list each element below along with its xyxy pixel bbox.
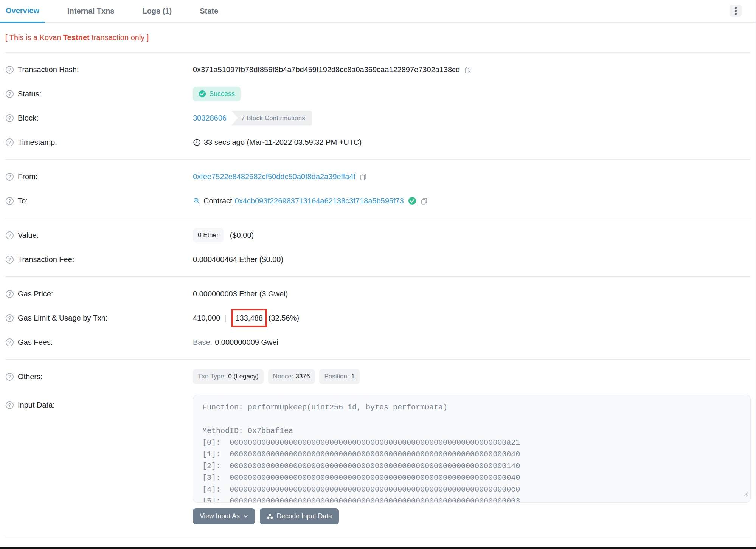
more-options-button[interactable] — [730, 5, 742, 17]
svg-text:?: ? — [8, 198, 11, 203]
svg-text:?: ? — [8, 115, 11, 121]
gas-fees-label: Gas Fees: — [18, 338, 53, 347]
nonce-badge: Nonce: 3376 — [268, 369, 315, 384]
gas-price-label: Gas Price: — [18, 290, 53, 298]
tab-overview[interactable]: Overview — [0, 0, 45, 23]
input-data-textarea[interactable]: Function: performUpkeep(uint256 id, byte… — [193, 395, 751, 503]
gas-price-value: 0.000000003 Ether (3 Gwei) — [193, 290, 288, 298]
input-data-line: [2]: 00000000000000000000000000000000000… — [202, 460, 741, 472]
svg-text:?: ? — [8, 91, 11, 96]
view-input-as-button[interactable]: View Input As — [193, 508, 255, 524]
row-to: ? To: Contract 0x4cb093f226983713164a621… — [5, 189, 751, 213]
clock-icon — [193, 138, 201, 146]
help-icon[interactable]: ? — [5, 90, 14, 98]
svg-text:?: ? — [8, 140, 11, 145]
row-block: ? Block: 30328606 7 Block Confirmations — [5, 106, 751, 130]
svg-text:?: ? — [8, 374, 11, 379]
magnifier-plus-icon[interactable] — [193, 197, 200, 205]
block-label: Block: — [18, 114, 38, 123]
svg-text:?: ? — [8, 233, 11, 238]
svg-text:?: ? — [8, 291, 11, 296]
to-contract-prefix: Contract — [203, 197, 232, 205]
notice-post: transaction only ] — [90, 33, 149, 42]
gas-limit-value: 410,000 — [193, 314, 220, 323]
kebab-icon — [735, 7, 737, 9]
txn-type-badge: Txn Type: 0 (Legacy) — [193, 369, 264, 384]
help-icon[interactable]: ? — [5, 314, 14, 323]
tab-logs[interactable]: Logs (1) — [137, 0, 177, 22]
others-label: Others: — [18, 372, 43, 381]
input-data-line: Function: performUpkeep(uint256 id, byte… — [202, 402, 741, 413]
help-icon[interactable]: ? — [5, 114, 14, 123]
svg-text:?: ? — [8, 340, 11, 345]
input-data-line: [3]: 00000000000000000000000000000000000… — [202, 472, 741, 484]
help-icon[interactable]: ? — [5, 255, 14, 264]
from-address-link[interactable]: 0xfee7522e8482682cf50ddc50a0f8da2a39effa… — [193, 172, 355, 181]
help-icon[interactable]: ? — [5, 172, 14, 181]
gas-used-percent: (32.56%) — [269, 314, 299, 323]
row-transaction-fee: ? Transaction Fee: 0.000400464 Ether ($0… — [5, 247, 751, 271]
section-addresses: ? From: 0xfee7522e8482682cf50ddc50a0f8da… — [5, 160, 751, 218]
check-circle-icon — [199, 90, 206, 98]
input-data-line: [0]: 00000000000000000000000000000000000… — [202, 437, 741, 448]
row-value: ? Value: 0 Ether ($0.00) — [5, 223, 751, 247]
block-number-link[interactable]: 30328606 — [193, 114, 227, 123]
help-icon[interactable]: ? — [5, 65, 14, 74]
copy-icon[interactable] — [359, 173, 367, 181]
gas-limit-label: Gas Limit & Usage by Txn: — [18, 314, 108, 323]
copy-icon[interactable] — [464, 66, 472, 74]
section-value: ? Value: 0 Ether ($0.00) ? Transaction F… — [5, 218, 751, 276]
base-fee-label: Base: — [193, 338, 212, 347]
svg-text:?: ? — [8, 257, 11, 262]
input-data-line: MethodID: 0x7bbaf1ea — [202, 425, 741, 437]
input-data-label: Input Data: — [18, 401, 55, 409]
input-data-actions: View Input As Decode Input Data — [193, 508, 751, 524]
tab-state[interactable]: State — [194, 0, 224, 22]
from-label: From: — [18, 172, 37, 181]
resize-handle-icon[interactable] — [743, 489, 748, 501]
ether-value-badge: 0 Ether — [193, 228, 224, 242]
help-icon[interactable]: ? — [5, 372, 14, 381]
notice-pre: [ This is a Kovan — [5, 33, 63, 42]
verified-check-icon — [408, 197, 416, 205]
row-gas-fees: ? Gas Fees: Base: 0.000000009 Gwei — [5, 330, 751, 354]
row-gas-price: ? Gas Price: 0.000000003 Ether (3 Gwei) — [5, 282, 751, 306]
timestamp-value: 33 secs ago (Mar-11-2022 03:59:32 PM +UT… — [204, 138, 362, 147]
decode-icon — [267, 513, 273, 520]
transaction-hash-label: Transaction Hash: — [18, 65, 79, 74]
value-label: Value: — [18, 231, 39, 240]
row-others: ? Others: Txn Type: 0 (Legacy) Nonce: 33… — [5, 364, 751, 389]
chevron-down-icon — [243, 514, 248, 519]
help-icon[interactable]: ? — [5, 290, 14, 298]
transaction-hash-value: 0x371a51097fb78df856f8b4a7bd459f192d8cc8… — [193, 65, 460, 74]
svg-text:?: ? — [8, 315, 11, 321]
transaction-fee-label: Transaction Fee: — [18, 255, 74, 264]
status-badge: Success — [193, 87, 241, 101]
block-confirmations-badge: 7 Block Confirmations — [231, 111, 312, 126]
tab-internal-txns[interactable]: Internal Txns — [62, 0, 120, 22]
help-icon[interactable]: ? — [5, 231, 14, 240]
divider — [5, 537, 751, 537]
timestamp-label: Timestamp: — [18, 138, 57, 147]
to-address-link[interactable]: 0x4cb093f226983713164a62138c3f718a5b595f… — [235, 197, 404, 205]
help-icon[interactable]: ? — [5, 138, 14, 147]
screenshot-bottom-bar — [0, 547, 756, 549]
row-from: ? From: 0xfee7522e8482682cf50ddc50a0f8da… — [5, 164, 751, 189]
section-overview-top: ? Transaction Hash: 0x371a51097fb78df856… — [5, 53, 751, 159]
row-input-data: ? Input Data: Function: performUpkeep(ui… — [5, 395, 751, 503]
notice-bold: Testnet — [63, 33, 90, 42]
svg-text:?: ? — [8, 403, 11, 408]
copy-icon[interactable] — [420, 197, 428, 205]
gas-used-value: 133,488 — [236, 314, 263, 322]
help-icon[interactable]: ? — [5, 338, 14, 347]
svg-text:?: ? — [8, 174, 11, 179]
help-icon[interactable]: ? — [5, 401, 14, 409]
input-data-line: [1]: 00000000000000000000000000000000000… — [202, 448, 741, 460]
help-icon[interactable]: ? — [5, 197, 14, 205]
tab-bar: Overview Internal Txns Logs (1) State — [0, 0, 756, 23]
row-status: ? Status: Success — [5, 82, 751, 106]
decode-input-data-button[interactable]: Decode Input Data — [260, 508, 339, 524]
to-label: To: — [18, 197, 28, 205]
section-gas: ? Gas Price: 0.000000003 Ether (3 Gwei) … — [5, 277, 751, 359]
base-fee-value: 0.000000009 Gwei — [215, 338, 278, 347]
